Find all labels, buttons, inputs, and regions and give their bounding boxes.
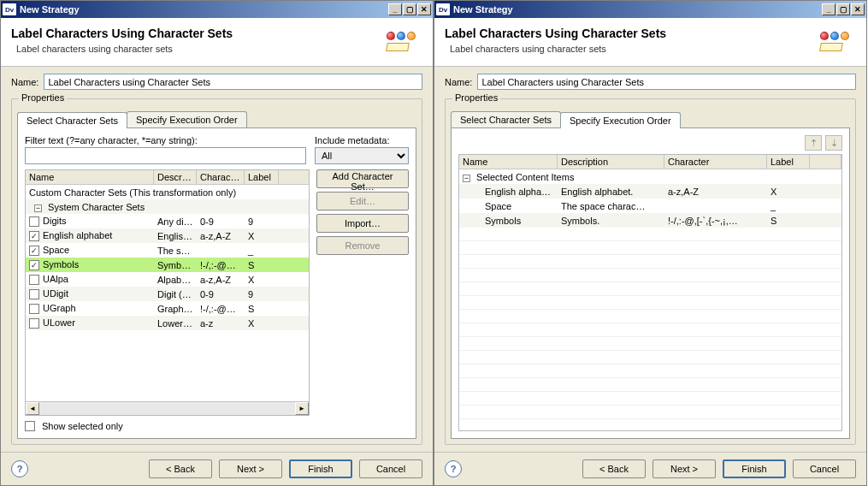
- filter-input[interactable]: [25, 147, 306, 164]
- help-icon[interactable]: ?: [445, 460, 462, 477]
- tab-specify-execution-order[interactable]: Specify Execution Order: [560, 112, 681, 128]
- col-name[interactable]: Name: [459, 155, 558, 169]
- wizard-footer: ? < Back Next > Finish Cancel: [1, 452, 433, 485]
- maximize-button[interactable]: ▢: [836, 3, 850, 15]
- charset-row-digits[interactable]: Digits Any di… 0-9 9: [26, 214, 309, 228]
- close-button[interactable]: ✕: [851, 3, 865, 15]
- next-button[interactable]: Next >: [652, 459, 716, 478]
- wizard-header: Label Characters Using Character Sets La…: [434, 18, 866, 67]
- window-title: New Strategy: [453, 4, 822, 15]
- tab-specify-execution-order[interactable]: Specify Execution Order: [127, 111, 247, 127]
- name-input[interactable]: [44, 74, 422, 90]
- order-row-english-alphabet[interactable]: English alpha… English alphabet. a-z,A-Z…: [459, 184, 841, 199]
- charset-row-symbols[interactable]: Symbols Symbols. !-/,:-@… S: [26, 258, 309, 272]
- add-character-set-button[interactable]: Add Character Set…: [316, 169, 409, 188]
- col-description[interactable]: Descri…: [154, 170, 197, 184]
- name-input[interactable]: [477, 74, 856, 90]
- scroll-left-icon[interactable]: ◄: [26, 402, 39, 415]
- character-set-tree[interactable]: Name Descri… Charac… Label Custom Charac…: [25, 169, 310, 416]
- maximize-button[interactable]: ▢: [403, 3, 416, 15]
- tab-select-character-sets[interactable]: Select Character Sets: [451, 111, 561, 127]
- charset-row-english-alphabet[interactable]: English alphabet English… a-z,A-Z X: [26, 228, 309, 243]
- order-row-space[interactable]: Space The space charac… _: [459, 199, 841, 213]
- move-down-icon[interactable]: ⇣: [825, 135, 842, 151]
- col-label[interactable]: Label: [767, 155, 810, 169]
- col-character[interactable]: Charac…: [197, 170, 245, 184]
- name-label: Name:: [11, 77, 38, 87]
- titlebar[interactable]: Dv New Strategy _ ▢ ✕: [434, 1, 866, 18]
- edit-button[interactable]: Edit…: [316, 192, 409, 210]
- minimize-button[interactable]: _: [822, 3, 836, 15]
- horizontal-scrollbar[interactable]: ◄ ►: [26, 401, 309, 415]
- finish-button[interactable]: Finish: [723, 459, 786, 478]
- wizard-footer: ? < Back Next > Finish Cancel: [434, 452, 866, 485]
- checkbox[interactable]: [29, 231, 39, 241]
- app-icon: Dv: [3, 3, 16, 15]
- minimize-button[interactable]: _: [388, 3, 402, 15]
- wizard-title: Label Characters Using Character Sets: [445, 27, 812, 40]
- titlebar[interactable]: Dv New Strategy _ ▢ ✕: [1, 1, 433, 18]
- tabs: Select Character Sets Specify Execution …: [451, 111, 850, 128]
- wizard-title: Label Characters Using Character Sets: [11, 27, 378, 40]
- col-label[interactable]: Label: [245, 170, 279, 184]
- label-icon: [387, 27, 422, 59]
- col-description[interactable]: Description: [558, 155, 664, 169]
- charset-row-udigit[interactable]: UDigit Digit (… 0-9 9: [26, 287, 309, 301]
- checkbox[interactable]: [29, 304, 39, 314]
- order-row-symbols[interactable]: Symbols Symbols. !-/,:-@,[-`,{-~,¡,… S: [459, 213, 841, 228]
- charset-row-ulower[interactable]: ULower Lower… a-z X: [26, 316, 309, 330]
- filter-label: Filter text (?=any character, *=any stri…: [25, 135, 306, 145]
- properties-fieldset: Properties Select Character Sets Specify…: [445, 98, 856, 445]
- col-name[interactable]: Name: [26, 170, 154, 184]
- group-selected-content-items[interactable]: − Selected Content Items: [459, 169, 841, 184]
- charset-row-ugraph[interactable]: UGraph Graph… !-/,:-@… S: [26, 301, 309, 316]
- finish-button[interactable]: Finish: [289, 459, 352, 478]
- show-selected-checkbox[interactable]: [25, 421, 35, 431]
- import-button[interactable]: Import…: [316, 214, 409, 233]
- move-up-icon[interactable]: ⇡: [805, 135, 822, 151]
- checkbox[interactable]: [29, 289, 39, 299]
- app-icon: Dv: [436, 3, 450, 15]
- remove-button[interactable]: Remove: [316, 236, 409, 255]
- help-icon[interactable]: ?: [11, 460, 28, 477]
- tab-content-select: Filter text (?=any character, *=any stri…: [17, 128, 416, 439]
- wizard-subtitle: Label characters using character sets: [11, 44, 378, 54]
- collapse-icon[interactable]: −: [463, 175, 470, 182]
- wizard-subtitle: Label characters using character sets: [445, 44, 812, 54]
- label-icon: [820, 27, 856, 59]
- include-metadata-select[interactable]: All: [315, 147, 409, 164]
- execution-order-table[interactable]: Name Description Character Label − Selec…: [458, 154, 842, 431]
- back-button[interactable]: < Back: [582, 459, 646, 478]
- charset-row-ualpa[interactable]: UAlpa Alpabe… a-z,A-Z X: [26, 272, 309, 287]
- checkbox[interactable]: [29, 318, 39, 329]
- collapse-icon[interactable]: −: [34, 204, 42, 212]
- wizard-header: Label Characters Using Character Sets La…: [1, 18, 433, 67]
- properties-legend: Properties: [452, 92, 500, 103]
- checkbox[interactable]: [29, 275, 39, 285]
- show-selected-label: Show selected only: [42, 421, 123, 431]
- scroll-right-icon[interactable]: ►: [295, 402, 309, 415]
- checkbox[interactable]: [29, 260, 39, 270]
- tab-select-character-sets[interactable]: Select Character Sets: [17, 112, 127, 128]
- close-button[interactable]: ✕: [417, 3, 431, 15]
- checkbox[interactable]: [29, 246, 39, 256]
- col-character[interactable]: Character: [664, 155, 767, 169]
- properties-legend: Properties: [19, 92, 67, 103]
- tab-content-order: ⇡ ⇣ Name Description Character Label: [451, 128, 850, 439]
- window-title: New Strategy: [20, 4, 388, 15]
- next-button[interactable]: Next >: [219, 459, 282, 478]
- tabs: Select Character Sets Specify Execution …: [17, 111, 416, 128]
- charset-row-space[interactable]: Space The sp… _: [26, 243, 309, 258]
- window-right: Dv New Strategy _ ▢ ✕ Label Characters U…: [434, 0, 867, 486]
- tree-node-system[interactable]: − System Character Sets: [26, 199, 309, 214]
- back-button[interactable]: < Back: [149, 459, 212, 478]
- include-metadata-label: Include metadata:: [315, 135, 409, 145]
- window-left: Dv New Strategy _ ▢ ✕ Label Characters U…: [0, 0, 434, 486]
- cancel-button[interactable]: Cancel: [793, 459, 856, 478]
- cancel-button[interactable]: Cancel: [359, 459, 422, 478]
- name-label: Name:: [445, 77, 472, 87]
- properties-fieldset: Properties Select Character Sets Specify…: [11, 98, 422, 445]
- checkbox[interactable]: [29, 216, 39, 227]
- tree-node-custom[interactable]: Custom Character Sets (This transformati…: [26, 185, 309, 199]
